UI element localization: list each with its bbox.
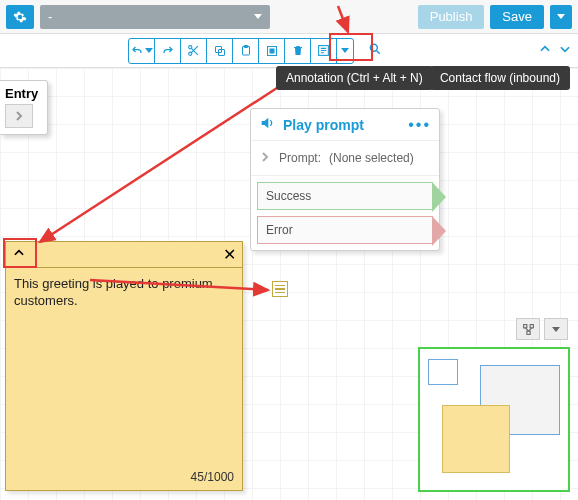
svg-point-14 — [370, 44, 377, 51]
svg-rect-17 — [530, 324, 533, 327]
flow-type-tag: Contact flow (inbound) — [430, 66, 570, 90]
prompt-row[interactable]: Prompt: (None selected) — [251, 141, 439, 176]
redo-button[interactable] — [155, 39, 181, 63]
tooltip-annotation: Annotation (Ctrl + Alt + N) — [276, 66, 433, 90]
speaker-icon — [259, 115, 275, 134]
undo-icon — [130, 45, 144, 57]
branch-error[interactable]: Error — [257, 216, 433, 244]
caret-down-icon — [557, 14, 565, 19]
svg-point-0 — [189, 46, 192, 49]
panel-up-button[interactable] — [538, 42, 552, 59]
settings-button[interactable] — [6, 5, 34, 29]
chevron-up-icon — [538, 42, 552, 56]
paste-button[interactable] — [233, 39, 259, 63]
header-bar: - Publish Save — [0, 0, 578, 34]
chevron-right-icon — [13, 110, 25, 122]
note-char-counter: 45/1000 — [191, 470, 234, 484]
entry-block[interactable]: Entry — [0, 80, 48, 135]
save-button[interactable]: Save — [490, 5, 544, 29]
arrange-button[interactable] — [516, 318, 540, 340]
prompt-value: (None selected) — [329, 151, 414, 165]
block-menu-button[interactable]: ••• — [408, 116, 431, 134]
svg-rect-16 — [523, 324, 526, 327]
minimap-note-shape — [442, 405, 510, 473]
svg-rect-9 — [270, 49, 274, 53]
note-header[interactable]: ✕ — [6, 242, 242, 268]
redo-icon — [161, 45, 175, 57]
flow-name-value: - — [48, 9, 52, 24]
search-button[interactable] — [368, 42, 382, 59]
copy-button[interactable] — [207, 39, 233, 63]
flow-name-dropdown[interactable]: - — [40, 5, 270, 29]
block-annotation-indicator[interactable] — [272, 281, 288, 297]
gear-icon — [13, 10, 27, 24]
minimap-toggle-button[interactable] — [544, 318, 568, 340]
select-all-button[interactable] — [259, 39, 285, 63]
block-title: Play prompt — [283, 117, 364, 133]
search-icon — [368, 42, 382, 56]
note-collapse-button[interactable] — [12, 246, 26, 264]
annotation-note[interactable]: ✕ This greeting is played to premium cus… — [5, 241, 243, 491]
clipboard-icon — [240, 44, 252, 57]
cut-button[interactable] — [181, 39, 207, 63]
minimap-entry-shape — [428, 359, 458, 385]
publish-button[interactable]: Publish — [418, 5, 485, 29]
panel-down-button[interactable] — [558, 42, 572, 59]
delete-button[interactable] — [285, 39, 311, 63]
annotation-button[interactable] — [311, 39, 337, 63]
annotation-dropdown[interactable] — [337, 39, 353, 63]
panel-toggle-controls — [538, 42, 572, 59]
save-dropdown-button[interactable] — [550, 5, 572, 29]
caret-down-icon — [254, 14, 262, 19]
chevron-down-icon — [558, 42, 572, 56]
copy-icon — [214, 45, 226, 57]
minimap-controls — [516, 318, 568, 340]
svg-line-15 — [376, 50, 379, 53]
block-header[interactable]: Play prompt ••• — [251, 109, 439, 141]
caret-down-icon — [341, 48, 349, 53]
arrange-icon — [522, 323, 535, 336]
flow-canvas[interactable]: Entry Play prompt ••• Prompt: (None sele… — [0, 68, 578, 500]
entry-output-handle[interactable] — [5, 104, 33, 128]
minimap[interactable] — [418, 347, 570, 492]
scissors-icon — [187, 44, 200, 57]
select-all-icon — [266, 45, 278, 57]
note-body[interactable]: This greeting is played to premium custo… — [6, 268, 242, 318]
annotation-icon — [317, 44, 330, 57]
undo-button[interactable] — [129, 39, 155, 63]
toolbar — [0, 34, 578, 68]
entry-label: Entry — [5, 86, 42, 101]
note-close-button[interactable]: ✕ — [223, 245, 236, 264]
toolbox — [128, 38, 354, 64]
svg-point-1 — [189, 52, 192, 55]
trash-icon — [292, 44, 304, 57]
svg-rect-18 — [526, 331, 529, 334]
chevron-up-icon — [12, 246, 26, 260]
prompt-label: Prompt: — [279, 151, 321, 165]
play-prompt-block[interactable]: Play prompt ••• Prompt: (None selected) … — [250, 108, 440, 251]
caret-down-icon — [552, 327, 560, 332]
chevron-right-icon — [259, 149, 271, 167]
branch-success[interactable]: Success — [257, 182, 433, 210]
